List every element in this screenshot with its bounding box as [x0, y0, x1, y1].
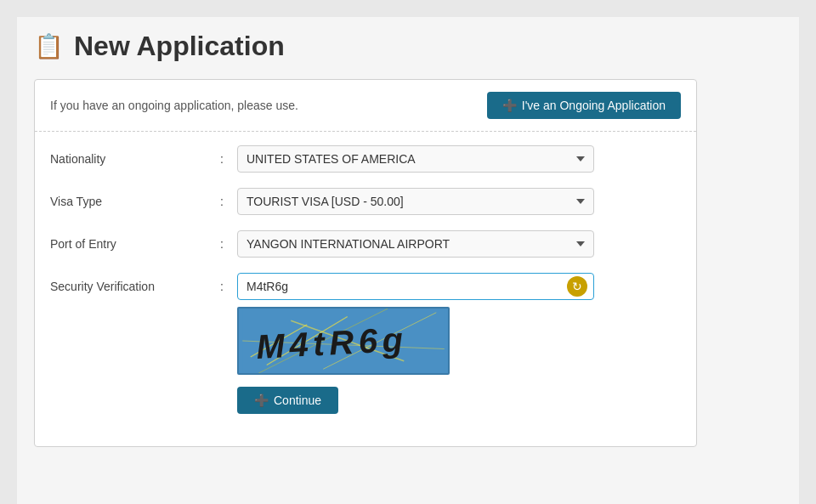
ongoing-bar: If you have an ongoing application, plea… [35, 80, 696, 132]
captcha-svg: M4tR6g [239, 309, 448, 373]
visa-type-colon: : [220, 188, 237, 208]
nationality-colon: : [220, 145, 237, 166]
port-of-entry-colon: : [220, 230, 237, 251]
svg-text:M4tR6g: M4tR6g [255, 320, 408, 365]
continue-arrow: ➕ [254, 394, 269, 407]
security-verification-colon: : [220, 273, 237, 293]
application-card: If you have an ongoing application, plea… [34, 79, 697, 447]
visa-type-label: Visa Type [50, 188, 220, 208]
page-wrapper: 📋 New Application If you have an ongoing… [17, 17, 799, 504]
security-verification-control: ↻ [237, 273, 594, 414]
page-title-icon: 📋 [34, 32, 64, 60]
ongoing-btn-arrow: ➕ [502, 99, 517, 112]
visa-type-select[interactable]: TOURIST VISA [USD - 50.00] BUSINESS VISA… [237, 188, 594, 215]
captcha-refresh-icon[interactable]: ↻ [567, 276, 587, 297]
ongoing-application-button[interactable]: ➕ I've an Ongoing Application [487, 92, 681, 119]
page-title-area: 📋 New Application [34, 31, 782, 62]
port-of-entry-row: Port of Entry : YANGON INTERNATIONAL AIR… [50, 230, 681, 258]
page-title: New Application [74, 31, 285, 62]
nationality-select[interactable]: UNITED STATES OF AMERICA OTHER [237, 145, 594, 173]
port-of-entry-control: YANGON INTERNATIONAL AIRPORT MANDALAY IN… [237, 230, 594, 258]
ongoing-btn-label: I've an Ongoing Application [522, 99, 666, 112]
nationality-row: Nationality : UNITED STATES OF AMERICA O… [50, 145, 681, 173]
continue-button[interactable]: ➕ Continue [237, 387, 338, 414]
security-verification-row: Security Verification : ↻ [50, 273, 681, 414]
port-of-entry-select[interactable]: YANGON INTERNATIONAL AIRPORT MANDALAY IN… [237, 230, 594, 258]
visa-type-row: Visa Type : TOURIST VISA [USD - 50.00] B… [50, 188, 681, 215]
captcha-image: M4tR6g [237, 307, 450, 375]
nationality-control: UNITED STATES OF AMERICA OTHER [237, 145, 594, 173]
captcha-input-wrap: ↻ [237, 273, 594, 300]
nationality-label: Nationality [50, 145, 220, 166]
form-body: Nationality : UNITED STATES OF AMERICA O… [35, 132, 696, 446]
continue-label: Continue [274, 394, 321, 407]
ongoing-text: If you have an ongoing application, plea… [50, 99, 298, 112]
security-verification-label: Security Verification [50, 273, 220, 293]
visa-type-control: TOURIST VISA [USD - 50.00] BUSINESS VISA… [237, 188, 594, 215]
captcha-input[interactable] [237, 273, 594, 300]
port-of-entry-label: Port of Entry [50, 230, 220, 251]
